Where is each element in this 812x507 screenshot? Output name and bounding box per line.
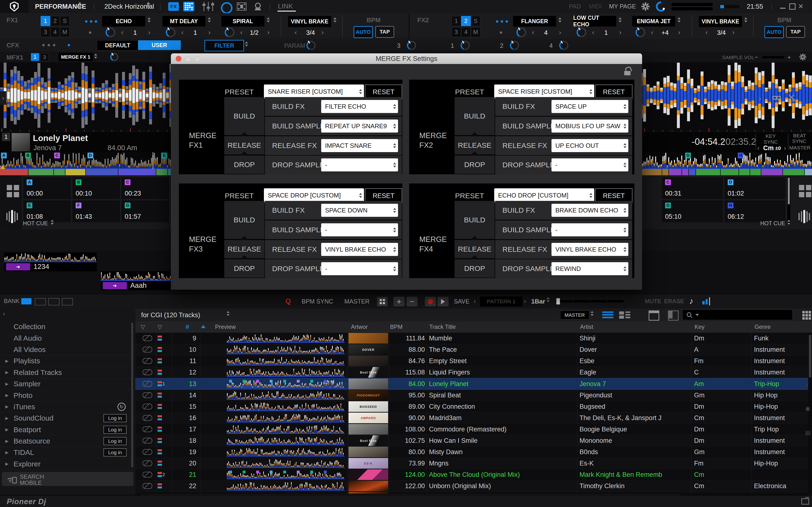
mfx-bank-3-button[interactable]: 3 <box>40 53 49 61</box>
fx-assign-M-button[interactable]: M <box>471 27 480 37</box>
wave-mode-icon[interactable] <box>6 210 18 223</box>
drop-sample-select[interactable]: - <box>552 158 628 171</box>
mode-select-chevrons[interactable] <box>78 2 82 8</box>
fx-slot-chevrons[interactable] <box>148 17 151 22</box>
table-row[interactable]: 9 111.84 Mumble Shinji Dm Funk <box>135 333 808 344</box>
expand-arrow-icon[interactable]: ▶ <box>5 427 8 432</box>
hot-cue-pad[interactable]: H 06:12 <box>724 200 786 223</box>
sampler-play-button[interactable]: ➜ <box>6 263 30 270</box>
deck1-overview-wave[interactable]: ABCDE <box>0 152 171 169</box>
preset-select[interactable]: ECHO DROP [CUSTOM] <box>494 188 594 202</box>
fx-slot-select[interactable]: ECHO <box>102 16 145 26</box>
deck2-expand-chevron[interactable]: › <box>759 95 761 102</box>
drop-sample-select[interactable]: - <box>321 262 398 275</box>
pattern-select[interactable]: PATTERN 1 <box>480 296 522 306</box>
fx-slot-select[interactable]: LOW CUT ECHO <box>573 16 616 26</box>
beat-prev[interactable]: ‹ <box>705 29 708 36</box>
fx-assign-3-button[interactable]: 3 <box>41 27 50 37</box>
mfx-select-chevrons[interactable] <box>94 54 97 59</box>
cfx-filter-chevrons[interactable] <box>245 42 248 47</box>
beat-prev[interactable]: ‹ <box>295 29 297 36</box>
expand-arrow-icon[interactable]: ▶ <box>5 404 8 409</box>
track-preview[interactable] <box>227 367 345 378</box>
wave-mode-icon[interactable] <box>799 210 810 223</box>
expand-arrow-icon[interactable]: ▶ <box>5 450 8 455</box>
track-preview[interactable] <box>227 401 345 412</box>
fx-release-select[interactable]: VINYL BRAKE <box>288 16 331 27</box>
cfx-param-knob[interactable] <box>306 41 316 50</box>
my-page-button[interactable]: MY PAGE <box>609 3 636 10</box>
pattern-next-arrow[interactable]: › <box>524 297 526 305</box>
volume-slider[interactable] <box>720 5 740 8</box>
bpm-tap-button[interactable]: TAP <box>375 26 394 38</box>
fx-panel-icon[interactable]: FX <box>168 2 179 11</box>
hot-cue-pad[interactable]: C 00:23 <box>121 177 169 200</box>
fx-value-next[interactable]: › <box>619 29 621 36</box>
sidebar-collapse-chevron[interactable]: › <box>3 310 5 318</box>
table-row[interactable]: 1 13 84.00 Lonely Planet Jenova 7 Am Tri… <box>135 378 808 390</box>
fx-slot-knob[interactable] <box>225 27 235 37</box>
fx-slot-chevrons[interactable] <box>678 17 680 22</box>
fx-slot-chevrons[interactable] <box>208 17 211 22</box>
expand-arrow-icon[interactable]: ▶ <box>5 370 8 375</box>
key-next-arrow[interactable]: › <box>784 145 786 152</box>
search-mobile-button[interactable]: SEARCH MOBILE <box>2 472 134 486</box>
hot-cue-pad[interactable]: A 00:00 <box>23 177 71 200</box>
filter-funnel-icon[interactable]: ▽ <box>158 324 162 330</box>
deck2-hot-cue-bank-chevrons[interactable] <box>788 220 790 225</box>
drop-sample-select[interactable]: - <box>321 158 398 171</box>
preset-select[interactable]: SNARE RISER [CUSTOM] <box>264 84 364 99</box>
track-preview[interactable] <box>227 446 345 457</box>
minimize-traffic-light[interactable] <box>185 56 191 62</box>
preset-select[interactable]: SPACE DROP [CUSTOM] <box>264 188 364 202</box>
track-preview[interactable] <box>227 412 345 424</box>
vertical-scrollbar[interactable] <box>808 333 812 494</box>
fx-assign-4-button[interactable]: 4 <box>50 27 60 37</box>
slider-handle[interactable] <box>556 298 560 304</box>
minimize-button[interactable] <box>780 8 785 9</box>
login-button[interactable]: Log in <box>103 448 126 457</box>
output-select-chevrons[interactable] <box>591 311 594 316</box>
hot-cue-pad[interactable]: C 00:31 <box>661 177 723 200</box>
bpm-sync-button[interactable]: BPM SYNC <box>302 298 333 305</box>
build-fx-select[interactable]: FILTER ECHO <box>321 100 398 113</box>
sidebar-item[interactable]: ▶ Playlists <box>0 355 132 367</box>
login-button[interactable]: Log in <box>103 426 126 434</box>
fx-value-prev[interactable]: ‹ <box>121 29 123 36</box>
mixer-faders-icon[interactable] <box>202 2 215 11</box>
cfx-knob[interactable] <box>559 41 568 50</box>
overview-cue-marker[interactable]: B <box>25 153 31 158</box>
add-button[interactable]: + <box>394 297 405 306</box>
expand-arrow-icon[interactable]: ▶ <box>5 393 8 398</box>
table-row[interactable]: 16 AMPARO 90.00 Madrid3am The Deli, Es-K… <box>135 412 808 424</box>
mute-button[interactable]: MUTE <box>645 298 661 305</box>
pad-mode-grid-icon[interactable] <box>799 185 811 197</box>
build-sample-select[interactable]: MOBIUS LFO UP SAW <box>552 119 628 132</box>
release-fx-select[interactable]: UP ECHO OUT <box>552 139 628 152</box>
build-fx-select[interactable]: SPACE UP <box>552 100 628 113</box>
sample-vol-minus[interactable]: − <box>755 54 758 61</box>
column-num[interactable]: # <box>186 323 189 331</box>
track-preview[interactable] <box>227 492 345 494</box>
settings-gear-icon[interactable] <box>641 2 650 11</box>
hot-cue-pad[interactable]: D 01:02 <box>724 177 786 200</box>
overview-cue-marker[interactable]: H <box>738 153 744 158</box>
fx-value-prev[interactable]: ‹ <box>181 29 184 36</box>
seq-volume-slider[interactable] <box>556 300 623 302</box>
track-preview[interactable] <box>227 481 345 492</box>
search-filter-caret[interactable] <box>696 314 699 316</box>
bpm-tap-button[interactable]: TAP <box>786 26 805 38</box>
fx-assign-S-button[interactable]: S <box>471 16 480 26</box>
sample-vol-slider[interactable] <box>763 56 784 58</box>
build-sample-select[interactable]: - <box>552 223 628 236</box>
column-title[interactable]: Track Title <box>429 324 456 330</box>
video-icon[interactable] <box>236 2 247 11</box>
fx-value-next[interactable]: › <box>267 29 269 36</box>
fx-slot-select[interactable]: SPIRAL <box>221 16 264 26</box>
login-button[interactable]: Log in <box>103 414 126 422</box>
grid-view-icon[interactable] <box>802 311 811 320</box>
playlist-title[interactable]: for CGI (120 Tracks) <box>141 312 200 319</box>
sidebar-item[interactable]: All Videos <box>0 344 132 355</box>
expand-arrow-icon[interactable]: ▶ <box>5 461 8 466</box>
cfx-knob[interactable] <box>461 41 470 50</box>
